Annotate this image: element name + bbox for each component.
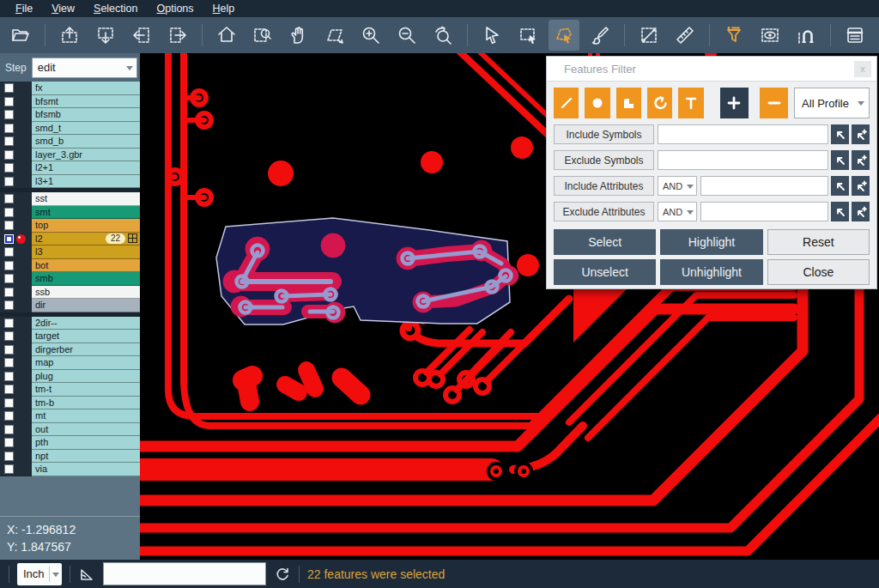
pick-from-canvas-button[interactable]: [831, 124, 849, 144]
filter-row-label-button[interactable]: Include Attributes: [554, 176, 654, 196]
layers-panel-button[interactable]: [840, 20, 870, 51]
select-rectangle-button[interactable]: [512, 20, 543, 51]
layer-visibility-checkbox[interactable]: [4, 318, 14, 328]
operator-select[interactable]: AND: [658, 176, 697, 196]
dialog-action-button[interactable]: Highlight: [660, 229, 762, 255]
layer-row[interactable]: l3+1: [0, 175, 140, 189]
dialog-action-button[interactable]: Unhighlight: [660, 259, 762, 285]
layer-visibility-checkbox[interactable]: [4, 274, 14, 283]
filter-value-input[interactable]: [700, 176, 828, 196]
layer-visibility-checkbox[interactable]: [4, 247, 14, 257]
layer-visibility-checkbox[interactable]: [4, 150, 14, 160]
layer-row[interactable]: 2dir--: [0, 317, 140, 330]
refresh-icon[interactable]: [274, 566, 291, 583]
angle-measure-icon[interactable]: [78, 566, 95, 583]
pan-left-button[interactable]: [126, 20, 157, 51]
layer-row[interactable]: l2+1: [0, 161, 140, 175]
layer-visibility-checkbox[interactable]: [4, 110, 14, 119]
select-arrow-button[interactable]: [476, 20, 507, 51]
filter-line-button[interactable]: [554, 88, 579, 118]
pick-from-canvas-button[interactable]: [831, 176, 849, 196]
layer-visibility-checkbox[interactable]: [4, 372, 14, 381]
filter-row-label-button[interactable]: Exclude Attributes: [554, 202, 654, 221]
home-view-button[interactable]: [211, 20, 242, 51]
layer-visibility-checkbox[interactable]: [4, 331, 14, 341]
select-polygon-button[interactable]: [549, 20, 579, 51]
view-options-button[interactable]: [755, 20, 785, 51]
layer-row[interactable]: smt: [0, 206, 140, 220]
measure-ruler-button[interactable]: [670, 20, 700, 51]
filter-pad-button[interactable]: [585, 88, 609, 118]
pick-add-from-canvas-button[interactable]: [852, 202, 870, 221]
menu-item[interactable]: Help: [204, 1, 244, 16]
zoom-previous-button[interactable]: [427, 20, 458, 51]
filter-arc-button[interactable]: [647, 88, 672, 118]
open-folder-button[interactable]: [5, 20, 36, 51]
pan-down-button[interactable]: [90, 20, 121, 51]
zoom-in-button[interactable]: [355, 20, 386, 51]
measure-line-button[interactable]: [633, 20, 664, 51]
layer-visibility-checkbox[interactable]: [4, 452, 14, 461]
layer-visibility-checkbox[interactable]: [4, 385, 14, 394]
layer-visibility-checkbox[interactable]: [4, 464, 14, 474]
layer-row[interactable]: pth: [0, 436, 140, 450]
pick-add-from-canvas-button[interactable]: [852, 150, 870, 170]
layer-row[interactable]: tm-t: [0, 383, 140, 397]
layer-row[interactable]: fx: [0, 82, 140, 95]
layer-row[interactable]: via: [0, 463, 140, 476]
layer-row[interactable]: plug: [0, 370, 140, 384]
layer-row[interactable]: bfsmt: [0, 95, 140, 109]
command-input[interactable]: [103, 562, 266, 585]
layer-row[interactable]: mt: [0, 409, 140, 423]
pan-right-button[interactable]: [162, 20, 193, 51]
dialog-action-button[interactable]: Reset: [767, 229, 870, 255]
filter-add-button[interactable]: [720, 88, 749, 118]
layer-row[interactable]: bfsmb: [0, 108, 140, 122]
layer-visibility-checkbox[interactable]: [4, 261, 14, 270]
zoom-area-button[interactable]: [247, 20, 278, 51]
layer-visibility-checkbox[interactable]: [4, 136, 14, 146]
layer-row[interactable]: target: [0, 330, 140, 343]
layer-row[interactable]: tm-b: [0, 397, 140, 410]
layer-row[interactable]: smd_t: [0, 122, 140, 136]
pick-from-canvas-button[interactable]: [831, 202, 849, 221]
filter-row-label-button[interactable]: Include Symbols: [554, 124, 654, 144]
layer-visibility-checkbox[interactable]: [4, 177, 14, 186]
pick-add-from-canvas-button[interactable]: [852, 176, 870, 196]
features-filter-button[interactable]: [718, 20, 749, 51]
filter-value-input[interactable]: [658, 150, 828, 170]
operator-select[interactable]: AND: [658, 202, 697, 221]
pan-hand-button[interactable]: [283, 20, 314, 51]
dialog-action-button[interactable]: Unselect: [554, 259, 656, 285]
layer-visibility-checkbox[interactable]: [4, 194, 14, 203]
layer-row[interactable]: bot: [0, 259, 140, 273]
close-icon[interactable]: x: [854, 61, 871, 77]
layer-visibility-checkbox[interactable]: [4, 300, 14, 310]
layer-visibility-checkbox[interactable]: [4, 345, 14, 355]
menu-item[interactable]: File: [7, 1, 41, 16]
filter-row-label-button[interactable]: Exclude Symbols: [554, 150, 654, 170]
layer-row[interactable]: top: [0, 219, 140, 233]
layer-visibility-checkbox[interactable]: [4, 398, 14, 408]
layer-visibility-checkbox[interactable]: [4, 97, 14, 106]
layer-visibility-checkbox[interactable]: [4, 221, 14, 230]
layer-row[interactable]: sst: [0, 192, 140, 206]
zoom-polygon-button[interactable]: [319, 20, 350, 51]
layer-row[interactable]: dir: [0, 299, 140, 312]
layer-row[interactable]: npt: [0, 450, 140, 464]
filter-value-input[interactable]: [658, 124, 828, 144]
zoom-out-button[interactable]: [391, 20, 422, 51]
paint-brush-button[interactable]: [585, 20, 615, 51]
snap-magnet-button[interactable]: [791, 20, 821, 51]
menu-item[interactable]: Options: [148, 1, 202, 16]
dialog-action-button[interactable]: Close: [767, 259, 870, 285]
layer-visibility-checkbox[interactable]: [4, 163, 14, 173]
menu-item[interactable]: View: [43, 1, 83, 16]
layer-visibility-checkbox[interactable]: [4, 83, 14, 93]
pick-add-from-canvas-button[interactable]: [852, 124, 870, 144]
profile-select[interactable]: All Profile: [794, 88, 870, 118]
dialog-title-bar[interactable]: Features Filter x: [547, 57, 876, 81]
layer-row[interactable]: layer_3.gbr: [0, 149, 140, 162]
dialog-action-button[interactable]: Select: [554, 229, 656, 255]
layer-visibility-checkbox[interactable]: [4, 411, 14, 421]
